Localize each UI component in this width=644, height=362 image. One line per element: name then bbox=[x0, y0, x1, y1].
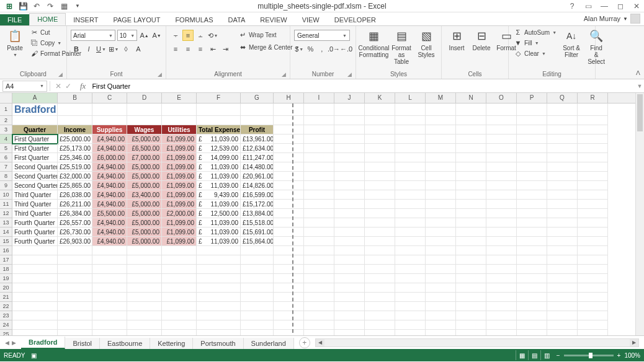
cell-K2[interactable] bbox=[365, 116, 395, 125]
cell-O2[interactable] bbox=[486, 116, 517, 125]
cell-D1[interactable] bbox=[127, 104, 162, 116]
cell-F4[interactable]: £11,039.00 bbox=[197, 135, 241, 144]
cell-C13[interactable]: £4,940.00 bbox=[92, 218, 127, 227]
cell-B10[interactable]: £26,038.00 bbox=[58, 190, 92, 200]
cell-K23[interactable] bbox=[365, 311, 395, 320]
cell-K18[interactable] bbox=[365, 265, 395, 274]
cell-C21[interactable] bbox=[92, 293, 127, 302]
cell-I6[interactable] bbox=[304, 153, 334, 162]
cell-O20[interactable] bbox=[486, 283, 517, 293]
cell-I13[interactable] bbox=[304, 218, 334, 227]
cell-E9[interactable]: £1,099.00 bbox=[162, 181, 197, 190]
cell-A9[interactable]: Second Quarter bbox=[12, 181, 58, 190]
cell-N5[interactable] bbox=[456, 144, 486, 153]
cell-R25[interactable] bbox=[578, 330, 608, 335]
cell-K1[interactable] bbox=[365, 104, 395, 116]
cell-A17[interactable] bbox=[12, 255, 58, 265]
cell-I24[interactable] bbox=[304, 320, 334, 330]
row-header-11[interactable]: 11 bbox=[0, 200, 12, 209]
cell-K6[interactable] bbox=[365, 153, 395, 162]
autosum-button[interactable]: ΣAutoSum▼ bbox=[512, 27, 558, 37]
cell-M18[interactable] bbox=[426, 265, 456, 274]
cell-N16[interactable] bbox=[456, 246, 486, 255]
cell-M12[interactable] bbox=[426, 209, 456, 218]
cell-F1[interactable] bbox=[197, 104, 241, 116]
cell-F15[interactable]: £11,039.00 bbox=[197, 237, 241, 246]
cell-D3[interactable]: Wages bbox=[127, 125, 162, 135]
cell-D10[interactable]: £3,400.00 bbox=[127, 190, 162, 200]
cell-C14[interactable]: £4,940.00 bbox=[92, 227, 127, 237]
cell-H25[interactable] bbox=[274, 330, 304, 335]
row-header-25[interactable]: 25 bbox=[0, 330, 12, 335]
grow-font-icon[interactable]: A▲ bbox=[139, 30, 150, 41]
cell-N24[interactable] bbox=[456, 320, 486, 330]
cell-P24[interactable] bbox=[517, 320, 547, 330]
cell-I20[interactable] bbox=[304, 283, 334, 293]
col-header-I[interactable]: I bbox=[304, 93, 334, 103]
cell-P25[interactable] bbox=[517, 330, 547, 335]
cell-C9[interactable]: £4,940.00 bbox=[92, 181, 127, 190]
cell-Q24[interactable] bbox=[547, 320, 578, 330]
cell-B11[interactable]: £26,211.00 bbox=[58, 200, 92, 209]
cell-K11[interactable] bbox=[365, 200, 395, 209]
delete-cells-button[interactable]: ⊟Delete bbox=[470, 27, 493, 53]
cell-F13[interactable]: £11,039.00 bbox=[197, 218, 241, 227]
cell-L5[interactable] bbox=[395, 144, 426, 153]
collapse-ribbon-icon[interactable]: ᐱ bbox=[636, 69, 640, 76]
cell-A16[interactable] bbox=[12, 246, 58, 255]
cell-L19[interactable] bbox=[395, 274, 426, 283]
cell-G14[interactable]: £15,691.00 bbox=[241, 227, 274, 237]
cell-O19[interactable] bbox=[486, 274, 517, 283]
zoom-in-icon[interactable]: + bbox=[617, 352, 621, 359]
cell-L12[interactable] bbox=[395, 209, 426, 218]
cell-I22[interactable] bbox=[304, 302, 334, 311]
cell-A2[interactable] bbox=[12, 116, 58, 125]
cell-Q8[interactable] bbox=[547, 172, 578, 181]
cell-D4[interactable]: £5,000.00 bbox=[127, 135, 162, 144]
cell-N10[interactable] bbox=[456, 190, 486, 200]
cell-I2[interactable] bbox=[304, 116, 334, 125]
cell-J1[interactable] bbox=[334, 104, 365, 116]
cell-R12[interactable] bbox=[578, 209, 608, 218]
cell-Q5[interactable] bbox=[547, 144, 578, 153]
cell-B13[interactable]: £26,557.00 bbox=[58, 218, 92, 227]
cell-H15[interactable] bbox=[274, 237, 304, 246]
cell-B17[interactable] bbox=[58, 255, 92, 265]
font-name-selector[interactable]: Arial▼ bbox=[71, 30, 115, 41]
cell-D23[interactable] bbox=[127, 311, 162, 320]
cell-H11[interactable] bbox=[274, 200, 304, 209]
cell-Q18[interactable] bbox=[547, 265, 578, 274]
cell-A3[interactable]: Quarter bbox=[12, 125, 58, 135]
user-account[interactable]: Alan Murray ▼ bbox=[584, 14, 640, 24]
cell-I19[interactable] bbox=[304, 274, 334, 283]
cell-D24[interactable] bbox=[127, 320, 162, 330]
cell-K16[interactable] bbox=[365, 246, 395, 255]
cell-R4[interactable] bbox=[578, 135, 608, 144]
cell-P10[interactable] bbox=[517, 190, 547, 200]
row-header-15[interactable]: 15 bbox=[0, 237, 12, 246]
cell-A24[interactable] bbox=[12, 320, 58, 330]
cell-J8[interactable] bbox=[334, 172, 365, 181]
tab-review[interactable]: REVIEW bbox=[253, 14, 294, 25]
cell-N6[interactable] bbox=[456, 153, 486, 162]
cell-A11[interactable]: Third Quarter bbox=[12, 200, 58, 209]
cell-F6[interactable]: £14,099.00 bbox=[197, 153, 241, 162]
cell-O8[interactable] bbox=[486, 172, 517, 181]
cell-D5[interactable]: £6,500.00 bbox=[127, 144, 162, 153]
tab-view[interactable]: VIEW bbox=[295, 14, 327, 25]
cell-B6[interactable]: £25,346.00 bbox=[58, 153, 92, 162]
cell-C18[interactable] bbox=[92, 265, 127, 274]
row-header-19[interactable]: 19 bbox=[0, 274, 12, 283]
cell-I12[interactable] bbox=[304, 209, 334, 218]
cell-J19[interactable] bbox=[334, 274, 365, 283]
cell-R7[interactable] bbox=[578, 162, 608, 172]
cell-L14[interactable] bbox=[395, 227, 426, 237]
row-header-18[interactable]: 18 bbox=[0, 265, 12, 274]
cell-E14[interactable]: £1,099.00 bbox=[162, 227, 197, 237]
cell-R17[interactable] bbox=[578, 255, 608, 265]
cell-O22[interactable] bbox=[486, 302, 517, 311]
cell-C12[interactable]: £5,500.00 bbox=[92, 209, 127, 218]
cell-B15[interactable]: £26,903.00 bbox=[58, 237, 92, 246]
cell-B24[interactable] bbox=[58, 320, 92, 330]
cell-C15[interactable]: £4,940.00 bbox=[92, 237, 127, 246]
